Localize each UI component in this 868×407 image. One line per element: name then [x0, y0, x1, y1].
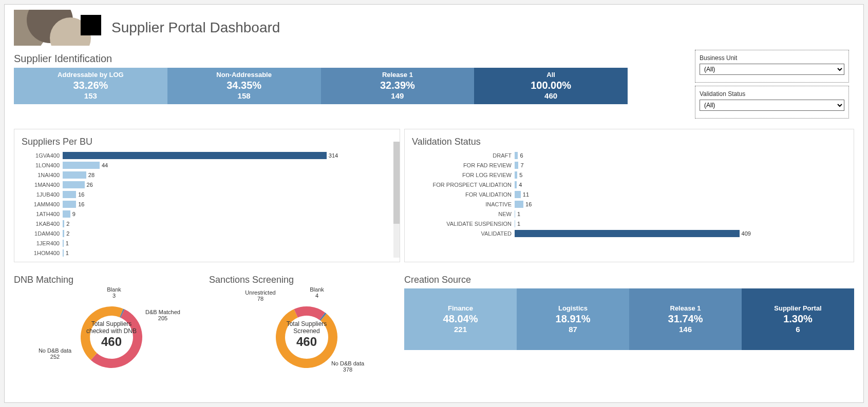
donut-label: No D&B data252 [34, 347, 76, 360]
hbar-row[interactable]: 1JER4001 [22, 238, 392, 248]
hbar-value: 44 [102, 162, 108, 168]
creation-card[interactable]: Release 131.74%146 [629, 288, 742, 350]
card-label: Finance [404, 304, 517, 312]
hbar-plot: 1 [515, 210, 846, 217]
hbar-value: 16 [525, 201, 532, 207]
hbar-label: 1JUB400 [22, 191, 63, 198]
hbar-value: 28 [88, 172, 95, 178]
card-percent: 34.35% [167, 80, 321, 91]
hbar-row[interactable]: 1HOM4001 [22, 248, 392, 258]
creation-card[interactable]: Logistics18.91%87 [517, 288, 629, 350]
dashboard-page: Supplier Portal Dashboard Supplier Ident… [4, 4, 864, 403]
hbar-row[interactable]: 1DAM4002 [22, 228, 392, 238]
hbar-plot: 28 [63, 171, 392, 178]
card-count: 153 [14, 91, 167, 100]
hbar-plot: 1 [63, 249, 392, 256]
hbar-row[interactable]: VALIDATED409 [412, 228, 846, 238]
card-count: 6 [742, 325, 854, 334]
hbar-label: VALIDATE SUSPENSION [412, 221, 515, 227]
creation-cards: Finance48.04%221Logistics18.91%87Release… [404, 288, 854, 350]
hbar-plot: 16 [63, 200, 392, 207]
creation-card[interactable]: Supplier Portal1.30%6 [742, 288, 854, 350]
hbar-plot: 26 [63, 181, 392, 188]
identification-card[interactable]: All100.00%460 [474, 68, 628, 104]
hbar-row[interactable]: 1JUB40016 [22, 189, 392, 199]
lower-row: DNB Matching Total Suppliers checked wit… [14, 272, 854, 381]
hbar-row[interactable]: 1ATH4009 [22, 209, 392, 219]
hbar-plot: 6 [515, 151, 846, 159]
card-percent: 32.39% [321, 80, 475, 91]
hbar-row[interactable]: VALIDATE SUSPENSION1 [412, 219, 846, 228]
hbar-row[interactable]: FOR PROSPECT VALIDATION4 [412, 180, 846, 189]
hbar-value: 5 [519, 172, 522, 178]
donut-label: No D&B data378 [327, 360, 368, 373]
card-count: 158 [167, 91, 321, 100]
hbar-row[interactable]: INACTIVE16 [412, 199, 846, 209]
hbar-value: 1 [517, 211, 520, 217]
card-count: 87 [517, 325, 629, 334]
card-count: 221 [404, 325, 517, 334]
hbar-plot: 44 [63, 161, 392, 168]
filter-vs-label: Validation Status [700, 90, 844, 98]
hbar-bar [515, 171, 517, 179]
hbar-value: 4 [519, 182, 522, 188]
hbar-value: 9 [72, 211, 76, 217]
hbar-bar [63, 240, 64, 247]
filter-bu-select[interactable]: (All) [700, 64, 844, 75]
donut-label: D&B Matched205 [142, 309, 183, 321]
hbar-label: 1LON400 [22, 162, 63, 168]
hbar-plot: 409 [515, 229, 846, 237]
hbar-row[interactable]: DRAFT6 [412, 150, 846, 160]
hbar-value: 16 [78, 201, 84, 207]
hbar-value: 314 [329, 152, 338, 159]
hbar-bar [63, 249, 64, 257]
card-count: 146 [629, 325, 742, 334]
hbar-row[interactable]: FOR FAD REVIEW7 [412, 160, 846, 170]
hbar-label: FOR PROSPECT VALIDATION [412, 182, 515, 188]
identification-card[interactable]: Non-Addressable34.35%158 [167, 68, 321, 104]
hbar-plot: 11 [515, 190, 846, 198]
dnb-matching-panel: DNB Matching Total Suppliers checked wit… [14, 272, 209, 381]
hbar-row[interactable]: NEW1 [412, 209, 846, 219]
hbar-row[interactable]: FOR LOG REVIEW5 [412, 170, 846, 180]
hbar-label: DRAFT [412, 152, 515, 159]
brand-logo [14, 10, 101, 46]
creation-card[interactable]: Finance48.04%221 [404, 288, 517, 350]
hbar-label: FOR FAD REVIEW [412, 162, 515, 168]
dnb-donut-chart[interactable]: Total Suppliers checked with DNB 460 No … [55, 288, 168, 381]
hbar-bar [515, 210, 515, 218]
card-count: 149 [321, 91, 475, 100]
dashboard-header: Supplier Portal Dashboard [14, 10, 854, 46]
svg-rect-3 [81, 15, 101, 35]
hbar-row[interactable]: FOR VALIDATION11 [412, 189, 846, 199]
hbar-row[interactable]: 1AMM40016 [22, 199, 392, 209]
filter-vs-select[interactable]: (All) [700, 100, 844, 111]
suppliers-per-bu-title: Suppliers Per BU [22, 137, 392, 147]
hbar-row[interactable]: 1LON40044 [22, 160, 392, 170]
validation-status-chart[interactable]: DRAFT6FOR FAD REVIEW7FOR LOG REVIEW5FOR … [412, 150, 846, 238]
validation-status-title: Validation Status [412, 137, 846, 147]
identification-card[interactable]: Addressable by LOG33.26%153 [14, 68, 167, 104]
hbar-row[interactable]: 1KAB4002 [22, 219, 392, 228]
hbar-value: 1 [66, 250, 69, 256]
card-percent: 31.74% [629, 313, 742, 325]
hbar-label: 1GVA400 [22, 152, 63, 159]
hbar-value: 11 [523, 191, 529, 198]
scrollbar-thumb[interactable] [393, 142, 400, 224]
card-count: 460 [474, 91, 628, 100]
hbar-bar [63, 181, 85, 188]
suppliers-per-bu-chart[interactable]: 1GVA4003141LON400441NAI400281MAN400261JU… [22, 150, 392, 258]
hbar-bar [515, 220, 515, 227]
sanctions-donut-chart[interactable]: Total Suppliers Screened 460 No D&B data… [250, 288, 363, 381]
identification-card[interactable]: Release 132.39%149 [321, 68, 475, 104]
hbar-row[interactable]: 1GVA400314 [22, 150, 392, 160]
hbar-bar [63, 162, 100, 169]
hbar-label: 1JER400 [22, 240, 63, 246]
hbar-row[interactable]: 1NAI40028 [22, 170, 392, 180]
dnb-center: Total Suppliers checked with DNB 460 [55, 288, 168, 381]
sanctions-center-value: 460 [296, 335, 317, 349]
hbar-row[interactable]: 1MAN40026 [22, 180, 392, 189]
hbar-value: 2 [66, 230, 69, 237]
card-percent: 18.91% [517, 313, 629, 325]
hbar-label: INACTIVE [412, 201, 515, 207]
